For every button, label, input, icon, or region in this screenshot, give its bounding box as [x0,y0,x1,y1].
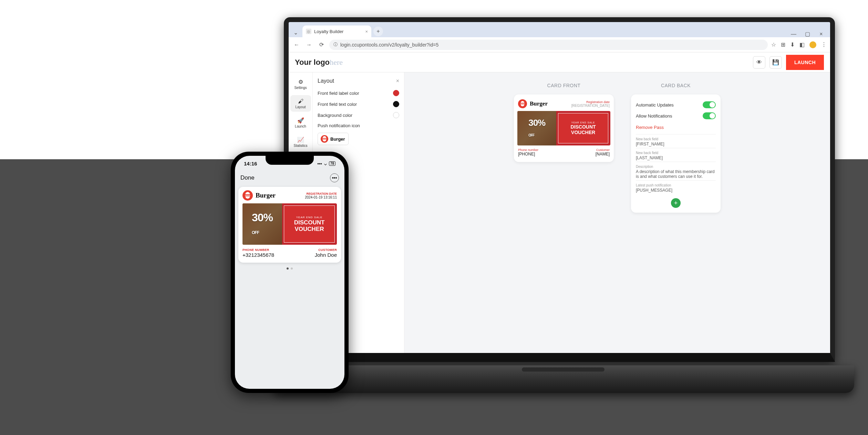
reload-button[interactable]: ⟳ [317,40,326,49]
wallet-top-bar: Done ••• [235,171,344,185]
save-button[interactable]: 💾 [769,56,782,69]
star-icon[interactable]: ☆ [771,41,776,48]
chart-icon: 📈 [297,136,304,143]
card-front-heading: CARD FRONT [547,83,581,88]
wallet-pass-card[interactable]: Burger REGISTRATION DATE 2024-01-19 13:1… [238,187,341,263]
add-back-field-button[interactable]: + [671,198,681,208]
status-time: 14:16 [244,161,257,166]
burger-logo-icon [242,190,253,201]
card-front-column: CARD FRONT Burger [514,83,614,353]
back-field[interactable]: Description A description of what this m… [636,162,716,181]
option-push-icon-label: Push notification icon [318,121,399,131]
burger-logo-icon [321,135,328,143]
url-field[interactable]: ⓘ login.ccupontools.com/v2/loyalty_build… [329,40,768,50]
switch-on-icon[interactable] [703,101,716,108]
battery-icon: 78 [329,161,335,166]
card-back-column: CARD BACK Automatic Updates Allow Notifi… [631,83,721,353]
app-root: Your logo here 👁 💾 LAUNCH ⚙ [289,52,830,353]
phone-screen: 14:16 ••• ⌵ 78 Done ••• Burger [235,156,344,389]
wallet-brand-name: Burger [256,192,276,199]
back-field[interactable]: Latest push notification [PUSH_MESSAGE] [636,181,716,194]
wifi-icon: ⌵ [324,161,327,166]
page-indicator [238,267,341,270]
toggle-auto-updates[interactable]: Automatic Updates [636,99,716,110]
done-button[interactable]: Done [240,174,255,181]
window-maximize[interactable]: ▢ [804,31,811,37]
wallet-strip: 30%OFF YEAR END SALE DISCOUNTVOUCHER [242,203,337,245]
profile-icon[interactable] [809,41,816,48]
switch-on-icon[interactable] [703,112,716,119]
card-brand-name: Burger [530,100,548,107]
app-topbar: Your logo here 👁 💾 LAUNCH [289,52,830,72]
brush-icon: 🖌 [298,98,303,104]
browser-tabbar: ⌄ ◎ Loyalty Builder × + — ▢ × [289,22,830,37]
remove-pass-button[interactable]: Remove Pass [636,121,716,134]
preview-button[interactable]: 👁 [753,56,765,69]
close-tab-icon[interactable]: × [365,29,368,34]
panel-icon[interactable]: ◧ [799,41,805,48]
download-icon[interactable]: ⬇ [790,41,795,48]
card-front[interactable]: Burger Registration date [REGISTRATION_D… [514,94,614,162]
eye-icon: 👁 [756,59,762,65]
back-button[interactable]: ← [292,40,301,49]
browser-window: ⌄ ◎ Loyalty Builder × + — ▢ × ← → ⟳ [289,22,830,353]
window-minimize[interactable]: — [790,31,797,37]
canvas: CARD FRONT Burger [404,72,830,353]
option-front-label-color[interactable]: Front field label color [318,88,399,99]
color-swatch-white[interactable] [393,112,399,118]
option-background-color[interactable]: Background color [318,110,399,121]
more-icon[interactable]: ••• [330,173,339,182]
browser-tab[interactable]: ◎ Loyalty Builder × [302,26,371,37]
tab-title: Loyalty Builder [314,29,343,34]
laptop-keyboard [272,365,854,393]
rocket-icon: 🚀 [297,117,304,124]
tab-favicon: ◎ [306,29,311,34]
laptop-mockup: ⌄ ◎ Loyalty Builder × + — ▢ × ← → ⟳ [272,10,854,410]
browser-addressbar: ← → ⟳ ⓘ login.ccupontools.com/v2/loyalty… [289,37,830,52]
signal-icon: ••• [317,161,322,166]
back-field[interactable]: New back field [LAST_NAME] [636,148,716,162]
phone-mockup: 14:16 ••• ⌵ 78 Done ••• Burger [231,152,349,393]
card-back-heading: CARD BACK [661,83,691,88]
window-close[interactable]: × [818,31,825,37]
burger-logo-icon [518,99,527,108]
phone-notch [266,156,314,165]
color-swatch-red[interactable] [393,90,399,96]
save-icon: 💾 [772,59,779,65]
option-front-text-color[interactable]: Front field text color [318,99,399,110]
color-swatch-black[interactable] [393,101,399,107]
push-icon-picker[interactable]: Burger [318,133,349,145]
gear-icon: ⚙ [298,79,303,85]
forward-button[interactable]: → [304,40,313,49]
nav-statistics[interactable]: 📈 Statistics [290,134,311,150]
url-text: login.ccupontools.com/v2/loyalty_builder… [340,42,438,48]
nav-launch[interactable]: 🚀 Launch [290,114,311,131]
toggle-allow-notifications[interactable]: Allow Notifications [636,110,716,121]
extensions-icon[interactable]: ⊞ [781,41,785,48]
laptop-screen: ⌄ ◎ Loyalty Builder × + — ▢ × ← → ⟳ [284,17,835,362]
back-field[interactable]: New back field [FIRST_NAME] [636,134,716,148]
tabs-dropdown[interactable]: ⌄ [291,28,300,37]
card-strip: 30%OFF YEAR END SALE DISCOUNTVOUCHER [517,111,610,145]
site-info-icon[interactable]: ⓘ [333,42,338,48]
kebab-menu-icon[interactable]: ⋮ [821,41,827,48]
close-panel-icon[interactable]: × [396,78,399,84]
layout-panel-title: Layout [318,78,334,84]
nav-settings[interactable]: ⚙ Settings [290,76,311,92]
new-tab-button[interactable]: + [373,27,383,36]
launch-button[interactable]: LAUNCH [786,55,824,70]
nav-layout[interactable]: 🖌 Layout [290,95,311,112]
app-logo: Your logo here [295,58,343,67]
card-back[interactable]: Automatic Updates Allow Notifications Re… [631,94,721,213]
